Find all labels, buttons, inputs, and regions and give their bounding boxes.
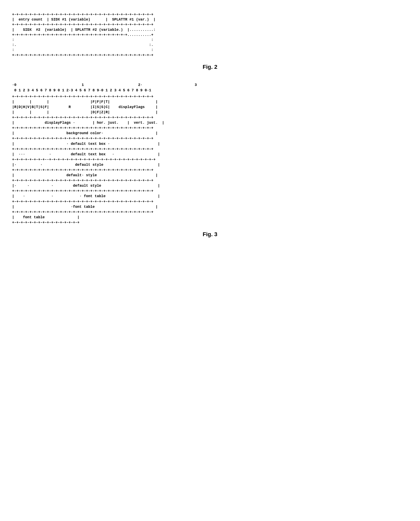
fig2-section: +-+-+-+-+-+-+-+-+-+-+-+-+-+-+-+-+-+-+-+-…: [12, 12, 408, 70]
fig3-diagram: +-+-+-+-+-+-+-+-+-+-+-+-+-+-+-+-+-+-+-+-…: [12, 94, 408, 225]
fig3-ruler-top: ·0 1 2· 3: [12, 82, 408, 88]
fig2-diagram: +-+-+-+-+-+-+-+-+-+-+-+-+-+-+-+-+-+-+-+-…: [12, 12, 408, 58]
fig3-label: Fig. 3: [12, 231, 408, 238]
fig2-label: Fig. 2: [12, 64, 408, 70]
fig3-ruler-digits: 0 1 2 3 4 5 6 7 8 9 0 1 2·3 4 5 6 7 8 9·…: [12, 88, 408, 93]
page-container: +-+-+-+-+-+-+-+-+-+-+-+-+-+-+-+-+-+-+-+-…: [12, 12, 408, 238]
fig3-section: ·0 1 2· 3 0 1 2 3 4 5 6 7 8 9 0 1 2·3 4 …: [12, 82, 408, 238]
